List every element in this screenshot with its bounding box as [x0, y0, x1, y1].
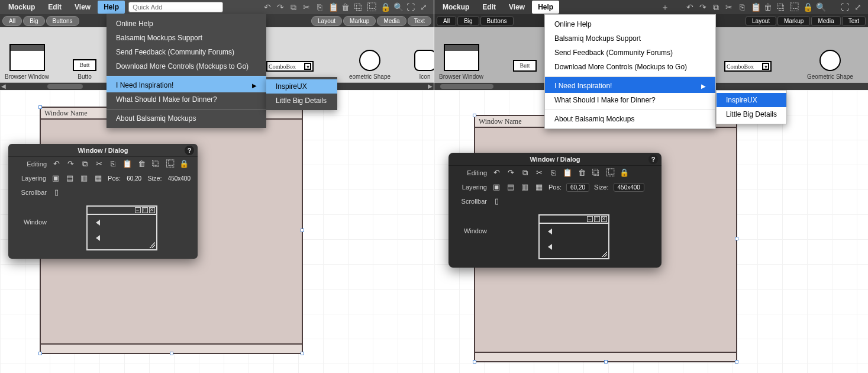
- libitem-button[interactable]: Butt: [513, 60, 537, 80]
- menu-edit[interactable]: Edit: [42, 1, 67, 14]
- ungroup-icon[interactable]: ⿺: [790, 3, 798, 11]
- send-back-icon[interactable]: ▦: [534, 182, 544, 192]
- paste-icon[interactable]: 📋: [122, 159, 132, 169]
- ungroup-icon[interactable]: ⿺: [367, 3, 376, 11]
- search-icon[interactable]: 🔍: [816, 3, 824, 11]
- fullscreen-icon[interactable]: ⛶: [406, 3, 415, 11]
- inspector-panel[interactable]: Window / Dialog ? Editing ↶ ↷ ⧉ ✂ ⎘ 📋 🗑 …: [448, 153, 662, 268]
- cat-all[interactable]: All: [2, 16, 22, 26]
- menu-download-controls[interactable]: Download More Controls (Mockups to Go): [107, 59, 266, 73]
- bring-forward-icon[interactable]: ▤: [65, 173, 75, 183]
- redo-icon[interactable]: ↷: [699, 3, 707, 11]
- expand-icon[interactable]: ⤢: [854, 3, 862, 11]
- duplicate-icon[interactable]: ⧉: [520, 168, 530, 178]
- menu-help[interactable]: Help: [532, 1, 559, 14]
- menu-mockup[interactable]: Mockup: [2, 1, 41, 14]
- menu-support[interactable]: Balsamiq Mockups Support: [545, 31, 715, 46]
- cut-icon[interactable]: ✂: [94, 159, 104, 169]
- minimize-icon[interactable]: –: [587, 216, 593, 222]
- maximize-icon[interactable]: □: [142, 207, 148, 213]
- submenu-little-big-details[interactable]: Little Big Details: [717, 107, 786, 121]
- bring-forward-icon[interactable]: ▤: [506, 182, 515, 192]
- libitem-browser[interactable]: Browser Window: [439, 44, 483, 80]
- menu-about[interactable]: About Balsamiq Mockups: [545, 110, 715, 126]
- cat-big[interactable]: Big: [23, 16, 44, 26]
- paste-icon[interactable]: 📋: [751, 3, 759, 11]
- cut-icon[interactable]: ✂: [725, 3, 733, 11]
- cut-icon[interactable]: ✂: [302, 3, 311, 11]
- submenu-inspireux[interactable]: InspireUX: [266, 79, 337, 94]
- menu-view[interactable]: View: [69, 1, 96, 14]
- cat-buttons[interactable]: Buttons: [480, 16, 514, 26]
- inspector-panel[interactable]: Window / Dialog ? Editing ↶ ↷ ⧉ ✂ ⎘ 📋 🗑 …: [8, 144, 198, 259]
- libitem-browser[interactable]: Browser Window: [5, 44, 49, 80]
- fullscreen-icon[interactable]: ⛶: [841, 3, 849, 11]
- duplicate-icon[interactable]: ⧉: [289, 3, 298, 11]
- undo-icon[interactable]: ↶: [263, 3, 272, 11]
- duplicate-icon[interactable]: ⧉: [80, 159, 89, 169]
- menu-download-controls[interactable]: Download More Controls (Mockups to Go): [545, 60, 715, 74]
- menu-feedback[interactable]: Send Feedback (Community Forums): [545, 46, 715, 60]
- libitem-button[interactable]: Butt Butto: [73, 59, 96, 80]
- duplicate-icon[interactable]: ⧉: [712, 3, 720, 11]
- group-icon[interactable]: ⿻: [591, 168, 601, 178]
- maximize-icon[interactable]: □: [594, 216, 600, 222]
- group-icon[interactable]: ⿻: [777, 3, 785, 11]
- delete-icon[interactable]: 🗑: [341, 3, 350, 11]
- resize-grip-icon[interactable]: [149, 242, 155, 248]
- lock-icon[interactable]: 🔒: [619, 168, 629, 178]
- bring-front-icon[interactable]: ▣: [492, 182, 501, 192]
- libitem-shape[interactable]: eometric Shape: [349, 50, 391, 80]
- menu-help[interactable]: Help: [98, 1, 125, 14]
- menu-dinner[interactable]: What Should I Make for Dinner?: [545, 93, 715, 107]
- add-icon[interactable]: ＋: [661, 3, 669, 11]
- cat-markup[interactable]: Markup: [343, 16, 376, 26]
- menu-inspiration[interactable]: I Need Inspiration! ▶: [107, 76, 266, 92]
- copy-icon[interactable]: ⎘: [315, 3, 324, 11]
- cat-layout[interactable]: Layout: [311, 16, 342, 26]
- help-icon[interactable]: ?: [185, 146, 194, 155]
- search-icon[interactable]: 🔍: [393, 3, 402, 11]
- send-backward-icon[interactable]: ▥: [520, 182, 530, 192]
- menu-inspiration[interactable]: I Need Inspiration! ▶: [545, 76, 715, 93]
- menu-feedback[interactable]: Send Feedback (Community Forums): [107, 45, 266, 59]
- scroll-thumb[interactable]: [47, 84, 83, 89]
- paste-icon[interactable]: 📋: [328, 3, 337, 11]
- cat-all[interactable]: All: [437, 16, 456, 26]
- ungroup-icon[interactable]: ⿺: [605, 168, 615, 178]
- redo-icon[interactable]: ↷: [66, 159, 75, 169]
- lock-icon[interactable]: 🔒: [380, 3, 389, 11]
- help-icon[interactable]: ?: [648, 155, 658, 164]
- undo-icon[interactable]: ↶: [492, 168, 501, 178]
- menu-support[interactable]: Balsamiq Mockups Support: [107, 31, 266, 45]
- copy-icon[interactable]: ⎘: [548, 168, 558, 178]
- menu-edit[interactable]: Edit: [476, 1, 502, 14]
- send-back-icon[interactable]: ▦: [93, 173, 103, 183]
- delete-icon[interactable]: 🗑: [577, 168, 586, 178]
- redo-icon[interactable]: ↷: [276, 3, 285, 11]
- scroll-thumb[interactable]: [440, 84, 493, 89]
- submenu-little-big-details[interactable]: Little Big Details: [266, 94, 337, 108]
- minimize-icon[interactable]: –: [135, 207, 141, 213]
- cat-layout[interactable]: Layout: [746, 16, 776, 26]
- window-preview[interactable]: – □ ✕: [538, 214, 609, 259]
- submenu-inspireux[interactable]: InspireUX: [717, 93, 786, 107]
- copy-icon[interactable]: ⎘: [108, 159, 118, 169]
- cat-text[interactable]: Text: [408, 16, 431, 26]
- cat-buttons[interactable]: Buttons: [46, 16, 79, 26]
- redo-icon[interactable]: ↷: [506, 168, 515, 178]
- cat-big[interactable]: Big: [457, 16, 479, 26]
- window-preview[interactable]: – □ ✕: [86, 205, 157, 250]
- scroll-left-icon[interactable]: ◀: [0, 83, 7, 90]
- bring-front-icon[interactable]: ▣: [51, 173, 60, 183]
- group-icon[interactable]: ⿻: [354, 3, 363, 11]
- size-value[interactable]: 450x400: [167, 175, 192, 182]
- delete-icon[interactable]: 🗑: [764, 3, 772, 11]
- close-icon[interactable]: ✕: [601, 216, 607, 222]
- cat-text[interactable]: Text: [842, 16, 866, 26]
- cat-media[interactable]: Media: [377, 16, 406, 26]
- quick-add-input[interactable]: [128, 2, 223, 12]
- lock-icon[interactable]: 🔒: [179, 159, 189, 169]
- undo-icon[interactable]: ↶: [51, 159, 61, 169]
- scrollbar-toggle-icon[interactable]: ▯: [492, 197, 501, 206]
